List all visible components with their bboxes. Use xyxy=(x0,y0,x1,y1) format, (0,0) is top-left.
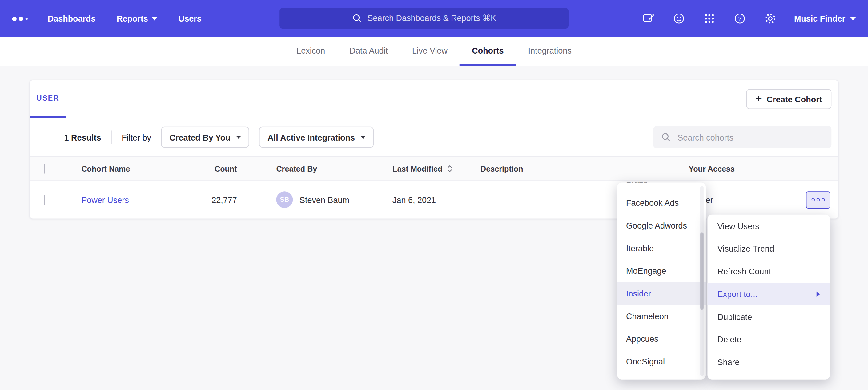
nav-dashboards[interactable]: Dashboards xyxy=(48,14,96,23)
cohorts-card: USER + Create Cohort 1 Results Filter by… xyxy=(29,80,838,219)
table-row: Power Users 22,777 SB Steven Baum Jan 6,… xyxy=(30,181,838,218)
top-navigation-bar: Dashboards Reports Users Search Dashboar… xyxy=(0,0,868,37)
menu-item-moengage[interactable]: MoEngage xyxy=(617,259,706,282)
cohort-search-box xyxy=(653,126,831,148)
scrollbar-thumb[interactable] xyxy=(700,232,704,310)
app-viewport: Dashboards Reports Users Search Dashboar… xyxy=(0,0,868,390)
dot-icon xyxy=(812,198,815,201)
filter-toolbar: 1 Results Filter by Created By You All A… xyxy=(30,119,838,156)
project-switcher[interactable]: Music Finder xyxy=(794,14,856,23)
menu-item-refresh-count[interactable]: Refresh Count xyxy=(707,260,830,283)
row-checkbox[interactable] xyxy=(44,194,45,205)
integrations-filter-dropdown[interactable]: All Active Integrations xyxy=(259,127,374,148)
menu-item-share[interactable]: Share xyxy=(707,351,830,373)
search-icon xyxy=(352,13,362,23)
tab-user-cohorts[interactable]: USER xyxy=(30,80,66,118)
tab-lexicon[interactable]: Lexicon xyxy=(284,37,337,66)
chevron-down-icon xyxy=(361,136,365,139)
global-search-button[interactable]: Search Dashboards & Reports ⌘K xyxy=(279,8,568,29)
menu-item-iterable[interactable]: Iterable xyxy=(617,237,706,260)
cohort-search-input[interactable] xyxy=(677,132,824,142)
nav-reports-label: Reports xyxy=(117,14,148,23)
header-count: Count xyxy=(196,164,240,173)
chevron-down-icon xyxy=(237,136,241,139)
header-cohort-name: Cohort Name xyxy=(67,164,196,173)
menu-item-delete[interactable]: Delete xyxy=(707,328,830,351)
nav-reports[interactable]: Reports xyxy=(117,14,158,23)
menu-item-chameleon[interactable]: Chameleon xyxy=(617,305,706,328)
table-header-row: Cohort Name Count Created By Last Modifi… xyxy=(30,156,838,181)
header-your-access: Your Access xyxy=(650,164,795,173)
support-smiley-icon[interactable] xyxy=(672,12,685,25)
menu-item-facebook-ads[interactable]: Facebook Ads xyxy=(617,191,706,214)
menu-item-insider[interactable]: Insider xyxy=(617,282,706,305)
export-to-submenu: Braze Facebook Ads Google Adwords Iterab… xyxy=(617,183,706,379)
chevron-down-icon xyxy=(152,17,157,20)
menu-item-duplicate[interactable]: Duplicate xyxy=(707,305,830,328)
cohort-name-link[interactable]: Power Users xyxy=(81,195,129,204)
nav-users-label: Users xyxy=(179,14,202,23)
global-search-placeholder: Search Dashboards & Reports ⌘K xyxy=(368,13,496,23)
cohort-type-tabs: USER + Create Cohort xyxy=(30,80,838,119)
row-actions-menu: View Users Visualize Trend Refresh Count… xyxy=(707,215,830,380)
primary-nav: Dashboards Reports Users xyxy=(48,14,202,23)
main-content: USER + Create Cohort 1 Results Filter by… xyxy=(0,66,868,219)
menu-item-export-to-label: Export to... xyxy=(717,289,757,299)
cohort-count: 22,777 xyxy=(196,195,240,204)
feedback-icon[interactable] xyxy=(642,12,655,25)
dot-icon xyxy=(822,198,825,201)
created-by-filter-value: Created By You xyxy=(169,133,230,142)
export-destination-list: Braze Facebook Ads Google Adwords Iterab… xyxy=(617,183,706,373)
dot-icon xyxy=(816,198,820,201)
mixpanel-logo-icon[interactable] xyxy=(12,16,28,21)
menu-item-onesignal[interactable]: OneSignal xyxy=(617,350,706,373)
topbar-right-controls: ? Music Finder xyxy=(642,12,856,25)
svg-text:?: ? xyxy=(738,15,742,22)
select-all-checkbox[interactable] xyxy=(44,163,45,173)
menu-item-view-users[interactable]: View Users xyxy=(707,215,830,237)
integrations-filter-value: All Active Integrations xyxy=(268,133,355,142)
nav-users[interactable]: Users xyxy=(179,14,202,23)
created-by-filter-dropdown[interactable]: Created By You xyxy=(161,127,249,148)
header-last-modified[interactable]: Last Modified xyxy=(379,164,467,173)
tab-cohorts[interactable]: Cohorts xyxy=(460,37,516,66)
menu-item-visualize-trend[interactable]: Visualize Trend xyxy=(707,237,830,260)
header-last-modified-label: Last Modified xyxy=(393,164,442,173)
nav-dashboards-label: Dashboards xyxy=(48,14,96,23)
results-count: 1 Results xyxy=(64,133,101,142)
apps-grid-icon[interactable] xyxy=(703,12,716,25)
menu-item-braze[interactable]: Braze xyxy=(617,183,706,191)
settings-gear-icon[interactable] xyxy=(764,12,777,25)
create-cohort-label: Create Cohort xyxy=(767,94,822,104)
row-actions-button[interactable] xyxy=(806,191,831,208)
plus-icon: + xyxy=(756,93,762,104)
create-cohort-button[interactable]: + Create Cohort xyxy=(746,89,831,109)
last-modified-value: Jan 6, 2021 xyxy=(379,195,467,204)
menu-item-google-adwords[interactable]: Google Adwords xyxy=(617,214,706,237)
menu-item-appcues[interactable]: Appcues xyxy=(617,328,706,350)
avatar: SB xyxy=(276,191,293,208)
header-description: Description xyxy=(467,164,650,173)
divider xyxy=(111,130,112,143)
created-by-name: Steven Baum xyxy=(300,195,349,204)
header-created-by: Created By xyxy=(240,164,379,173)
sort-icon[interactable] xyxy=(447,165,453,172)
search-icon xyxy=(661,132,671,142)
project-name: Music Finder xyxy=(794,14,845,23)
chevron-down-icon xyxy=(850,17,856,20)
page-tab-bar: Lexicon Data Audit Live View Cohorts Int… xyxy=(0,37,868,66)
tab-integrations[interactable]: Integrations xyxy=(516,37,584,66)
tab-data-audit[interactable]: Data Audit xyxy=(337,37,400,66)
help-icon[interactable]: ? xyxy=(733,12,746,25)
filter-by-label: Filter by xyxy=(122,133,151,142)
tab-live-view[interactable]: Live View xyxy=(400,37,460,66)
chevron-right-icon xyxy=(816,291,820,297)
menu-item-export-to[interactable]: Export to... xyxy=(707,283,830,305)
